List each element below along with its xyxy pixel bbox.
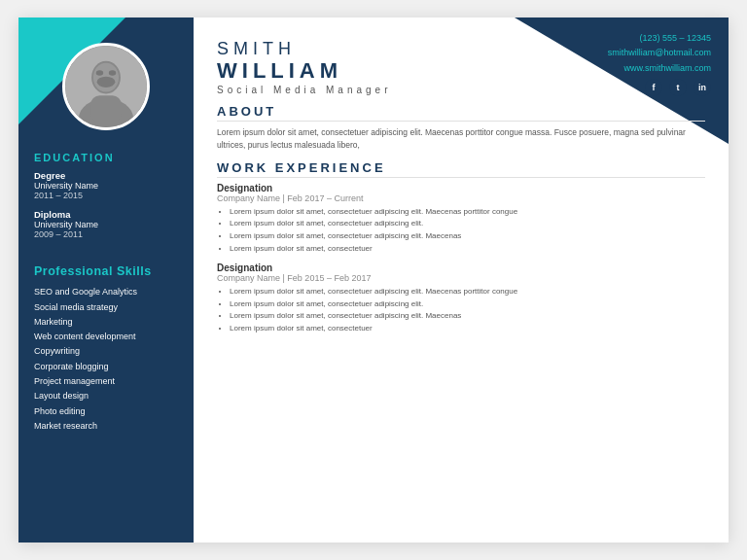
contact-block: (123) 555 – 12345 smithwilliam@hotmail.c… <box>608 31 711 96</box>
skill-item: Web content development <box>34 330 178 344</box>
about-text: Lorem ipsum dolor sit amet, consectetuer… <box>217 126 705 152</box>
edu-year: 2011 – 2015 <box>34 191 178 200</box>
email: smithwilliam@hotmail.com <box>608 46 711 60</box>
skill-item: Marketing <box>34 315 178 330</box>
education-item: Degree University Name 2011 – 2015 <box>34 170 178 200</box>
edu-year: 2009 – 2011 <box>34 229 178 239</box>
social-icons: ftin <box>608 79 711 96</box>
bullet-item: Lorem ipsum dolor sit amet, consectetuer… <box>230 230 705 243</box>
website: www.smithwilliam.com <box>608 61 711 76</box>
work-bullets: Lorem ipsum dolor sit amet, consectetuer… <box>217 206 705 256</box>
work-designation: Designation <box>217 183 705 193</box>
bullet-item: Lorem ipsum dolor sit amet, consectetuer <box>230 323 705 335</box>
bullet-item: Lorem ipsum dolor sit amet, consectetuer… <box>230 218 705 230</box>
work-bullets: Lorem ipsum dolor sit amet, consectetuer… <box>217 286 705 335</box>
work-section-title: WORK EXPERIENCE <box>217 160 705 178</box>
work-company: Company Name | Feb 2015 – Feb 2017 <box>217 273 705 283</box>
avatar <box>62 43 150 130</box>
social-icon[interactable]: t <box>669 79 687 96</box>
social-icon[interactable]: in <box>694 79 711 96</box>
skills-list: SEO and Google AnalyticsSocial media str… <box>34 285 178 434</box>
phone: (123) 555 – 12345 <box>608 31 711 46</box>
bullet-item: Lorem ipsum dolor sit amet, consectetuer <box>230 243 705 256</box>
edu-label: Diploma <box>34 209 178 220</box>
work-items: Designation Company Name | Feb 2017 – Cu… <box>217 183 705 335</box>
resume-container: EDUCATION Degree University Name 2011 – … <box>18 18 729 542</box>
about-section-title: ABOUT <box>217 104 705 122</box>
svg-point-5 <box>109 70 116 76</box>
edu-name: University Name <box>34 181 178 191</box>
main-content: (123) 555 – 12345 smithwilliam@hotmail.c… <box>194 18 729 542</box>
skill-item: Project management <box>34 374 178 389</box>
svg-point-4 <box>96 70 103 76</box>
bullet-item: Lorem ipsum dolor sit amet, consectetuer… <box>230 310 705 323</box>
skill-item: Copywriting <box>34 344 178 359</box>
svg-point-6 <box>97 77 116 88</box>
work-item: Designation Company Name | Feb 2017 – Cu… <box>217 183 705 256</box>
education-section: EDUCATION Degree University Name 2011 – … <box>18 142 194 258</box>
bullet-item: Lorem ipsum dolor sit amet, consectetuer… <box>230 298 705 311</box>
bullet-item: Lorem ipsum dolor sit amet, consectetuer… <box>230 206 705 219</box>
work-designation: Designation <box>217 262 705 273</box>
skills-title: Professional Skills <box>34 263 178 279</box>
edu-name: University Name <box>34 220 178 229</box>
education-title: EDUCATION <box>34 152 178 163</box>
sidebar: EDUCATION Degree University Name 2011 – … <box>18 18 194 542</box>
skill-item: Photo editing <box>34 404 178 419</box>
work-company: Company Name | Feb 2017 – Current <box>217 193 705 203</box>
skill-item: Corporate blogging <box>34 360 178 374</box>
skills-section: Professional Skills SEO and Google Analy… <box>18 258 194 443</box>
education-item: Diploma University Name 2009 – 2011 <box>34 209 178 239</box>
skill-item: Social media strategy <box>34 300 178 315</box>
skill-item: SEO and Google Analytics <box>34 285 178 299</box>
bullet-item: Lorem ipsum dolor sit amet, consectetuer… <box>230 286 705 298</box>
skill-item: Layout design <box>34 389 178 403</box>
skill-item: Market research <box>34 419 178 434</box>
work-item: Designation Company Name | Feb 2015 – Fe… <box>217 262 705 335</box>
svg-rect-7 <box>90 95 122 122</box>
edu-label: Degree <box>34 170 178 181</box>
social-icon[interactable]: f <box>645 79 662 96</box>
